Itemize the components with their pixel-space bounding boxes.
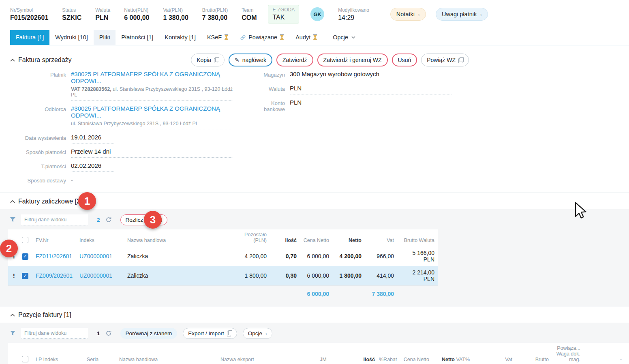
- index-link[interactable]: UZ00000001: [79, 272, 112, 279]
- invoice-form: Płatnik #30025 PLATFORMAERP SPÓŁKA Z OGR…: [0, 68, 629, 190]
- tab-kontakty[interactable]: Kontakty [1]: [159, 30, 201, 45]
- magazyn-value[interactable]: 300 Magazyn wyrobów gotowych: [290, 71, 452, 80]
- waluta-value[interactable]: PLN: [290, 85, 452, 94]
- header-waga-powiazane[interactable]: Powiąza...Waga dok. mag.: [552, 343, 584, 364]
- uwagi-platnik-button[interactable]: Uwagi płatnik ›: [436, 8, 488, 21]
- sposob-dostawy-value[interactable]: -: [71, 176, 233, 186]
- header-seria[interactable]: Seria: [83, 343, 116, 364]
- tab-powiazane[interactable]: Powiązane: [234, 30, 290, 45]
- field-label: Vat(PLN): [163, 7, 188, 13]
- tab-ksef[interactable]: KSeF: [201, 30, 234, 45]
- platnik-address: VAT 7282883562, ul. Stanisława Przybysze…: [71, 86, 233, 98]
- row-checkbox-cell[interactable]: [19, 266, 32, 286]
- cell-indeks[interactable]: UZ00000001: [76, 246, 124, 266]
- naglowek-button[interactable]: ✎nagłówek: [229, 54, 272, 66]
- header-brutto[interactable]: Brutto: [516, 343, 552, 364]
- tab-label: Powiązane: [248, 34, 277, 41]
- notatki-button[interactable]: Notatki ›: [390, 8, 426, 21]
- cell-nazwa: Zaliczka: [124, 246, 225, 266]
- button-label: Usuń: [398, 57, 411, 63]
- header-jm[interactable]: JM: [317, 343, 353, 364]
- header-ilosc[interactable]: Ilość: [353, 343, 378, 364]
- row-checkbox-cell[interactable]: [19, 246, 32, 266]
- usun-button[interactable]: Usuń: [392, 54, 417, 66]
- header-netto-vat[interactable]: Netto VAT%: [432, 343, 473, 364]
- header-nazwa-handlowa[interactable]: Nazwa handlowa: [124, 229, 225, 246]
- zatwierdz-generuj-wz-button[interactable]: Zatwierdź i generuj WZ: [317, 54, 388, 66]
- header-ilosc[interactable]: Ilość: [270, 229, 300, 246]
- advance-section-title[interactable]: Faktury zaliczkowe [2]: [10, 198, 619, 205]
- section-title-text: Faktury zaliczkowe [2]: [18, 198, 82, 205]
- header-field-team: Team COM: [242, 7, 257, 21]
- items-section-title[interactable]: Pozycje faktury [1]: [10, 311, 619, 319]
- sposob-platnosci-value[interactable]: Przelew 14 dni: [71, 148, 233, 158]
- t-platnosci-value[interactable]: 02.02.2026: [71, 162, 113, 172]
- items-opcje-button[interactable]: Opcje›: [243, 328, 272, 339]
- zatwierdz-button[interactable]: Zatwierdź: [276, 54, 313, 66]
- header-lp-indeks[interactable]: LP Indeks: [32, 343, 83, 364]
- button-label: Zatwierdź i generuj WZ: [323, 57, 382, 63]
- tab-opcje[interactable]: Opcje: [327, 30, 361, 45]
- index-link[interactable]: UZ00000001: [79, 253, 112, 259]
- tab-platnosci[interactable]: Płatności [1]: [116, 30, 159, 45]
- advance-row-1[interactable]: ⋮ FZ011/202601 UZ00000001 Zaliczka 4 200…: [8, 246, 438, 266]
- header-netto[interactable]: Netto: [332, 229, 365, 246]
- cell-fvnr[interactable]: FZ009/202601: [32, 266, 76, 286]
- invoice-actions: Kopia ✎nagłówek Zatwierdź Zatwierdź i ge…: [191, 54, 469, 66]
- advance-filter-input[interactable]: [21, 214, 88, 225]
- export-import-button[interactable]: Export / Import: [183, 328, 237, 339]
- konto-bankowe-value[interactable]: PLN: [290, 99, 452, 112]
- annotation-badge-2: 2: [0, 240, 18, 257]
- header-vat[interactable]: Vat: [365, 229, 397, 246]
- section-title-text: Faktura sprzedaży: [18, 56, 72, 64]
- header-nazwa-eksport[interactable]: Nazwa eksport: [217, 343, 317, 364]
- row-menu-cell[interactable]: ⋮: [8, 266, 19, 286]
- user-avatar[interactable]: GK: [310, 7, 324, 21]
- chevron-right-icon: ›: [265, 330, 267, 336]
- filter-icon[interactable]: [10, 331, 15, 336]
- header-vat[interactable]: Vat: [473, 343, 516, 364]
- select-all-checkbox[interactable]: [22, 237, 28, 243]
- fv-link[interactable]: FZ009/202601: [36, 272, 73, 279]
- advance-row-2[interactable]: ⋮ FZ009/202601 UZ00000001 Zaliczka 1 800…: [8, 266, 438, 286]
- row-checkbox-checked[interactable]: [22, 273, 28, 279]
- tab-pliki[interactable]: Pliki: [94, 30, 116, 45]
- tab-label: Audyt: [295, 34, 310, 41]
- platnik-label: Płatnik: [10, 71, 71, 101]
- select-all-checkbox[interactable]: [22, 356, 28, 362]
- items-filter-input[interactable]: [21, 328, 88, 339]
- header-nazwa-handlowa[interactable]: Nazwa handlowa: [116, 343, 217, 364]
- porownaj-z-stanem-button[interactable]: Porównaj z stanem: [120, 328, 178, 339]
- header-cena-netto[interactable]: Cena Netto: [399, 343, 432, 364]
- header-fvnr[interactable]: FV.Nr: [32, 229, 76, 246]
- invoice-section-title[interactable]: Faktura sprzedaży: [10, 56, 72, 64]
- tab-label: Płatności [1]: [121, 34, 153, 41]
- tab-audyt[interactable]: Audyt: [290, 30, 323, 45]
- tab-faktura[interactable]: Faktura [1]: [10, 30, 49, 45]
- row-checkbox-checked[interactable]: [22, 253, 28, 260]
- refresh-icon[interactable]: [106, 217, 111, 223]
- header-field-nr-symbol: Nr/Symbol F015/202601: [10, 7, 48, 21]
- header-rabat[interactable]: %Rabat: [378, 343, 399, 364]
- section-title-text: Pozycje faktury [1]: [18, 311, 71, 319]
- fv-link[interactable]: FZ011/202601: [36, 253, 72, 259]
- kopia-button[interactable]: Kopia: [191, 54, 225, 66]
- invoice-items-table: LP Indeks Seria Nazwa handlowa Nazwa eks…: [8, 343, 629, 364]
- odbiorca-link[interactable]: #30025 PLATFORMAERP SPÓŁKA Z OGRANICZONĄ…: [71, 105, 220, 119]
- cell-cena-netto: 6 000,00: [300, 246, 332, 266]
- header-indeks[interactable]: Indeks: [76, 229, 124, 246]
- powiaz-wz-button[interactable]: Powiąż WZ: [421, 54, 469, 66]
- refresh-icon[interactable]: [106, 330, 111, 336]
- filter-icon[interactable]: [10, 217, 15, 222]
- header-pozostalo[interactable]: Pozostało(PLN): [225, 229, 270, 246]
- tab-wydruki[interactable]: Wydruki [10]: [49, 30, 93, 45]
- header-brutto-waluta[interactable]: Brutto Waluta: [397, 229, 438, 246]
- header-cena-netto[interactable]: Cena Netto: [300, 229, 332, 246]
- platnik-link[interactable]: #30025 PLATFORMAERP SPÓŁKA Z OGRANICZONĄ…: [71, 71, 220, 84]
- advance-invoices-table: FV.Nr Indeks Nazwa handlowa Pozostało(PL…: [8, 229, 438, 304]
- invoice-section-header: Faktura sprzedaży Kopia ✎nagłówek Zatwie…: [0, 45, 629, 68]
- data-wystawienia-value[interactable]: 19.01.2026: [71, 134, 113, 143]
- header-edit: [625, 343, 629, 364]
- cell-indeks[interactable]: UZ00000001: [76, 266, 124, 286]
- cell-fvnr[interactable]: FZ011/202601: [32, 246, 76, 266]
